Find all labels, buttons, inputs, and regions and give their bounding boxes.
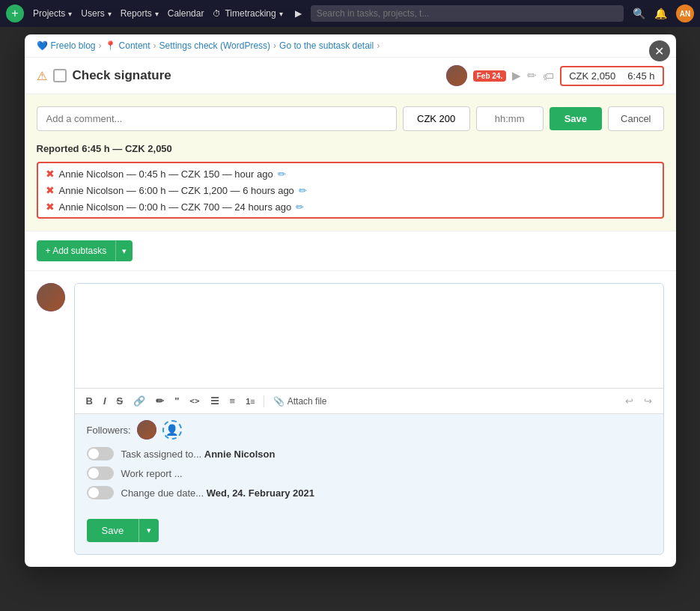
comment-editor[interactable] xyxy=(75,284,663,389)
add-button[interactable]: + xyxy=(6,4,24,22)
notification-text-2: Work report ... xyxy=(121,468,183,479)
search-input[interactable] xyxy=(311,5,624,22)
due-date-toggle[interactable] xyxy=(87,486,114,499)
close-button[interactable]: ✕ xyxy=(649,40,670,61)
code-button[interactable]: <> xyxy=(186,394,203,408)
attach-file-button[interactable]: 📎 Attach file xyxy=(269,394,332,409)
link-button[interactable]: 🔗 xyxy=(130,393,149,409)
task-money: CZK 2,050 xyxy=(569,70,615,82)
italic-button[interactable]: I xyxy=(100,393,110,409)
undo-button[interactable]: ↩ xyxy=(621,393,637,409)
timetracking-menu[interactable]: ⏱ Timetracking ▾ xyxy=(213,8,282,19)
log-entry-text: Annie Nicolson — 6:00 h — CZK 1,200 — 6 … xyxy=(59,185,294,196)
users-chevron: ▾ xyxy=(108,10,112,18)
time-cancel-button[interactable]: Cancel xyxy=(608,106,663,131)
comment-toolbar: B I S 🔗 ✏ " <> ☰ ≡ 1≡ 📎 Attach file xyxy=(75,389,663,414)
task-title: Check signature xyxy=(73,68,440,83)
ordered-list-button[interactable]: 1≡ xyxy=(242,395,259,408)
reported-summary: Reported 6:45 h — CZK 2,050 xyxy=(37,143,664,154)
log-delete-icon[interactable]: ✖ xyxy=(46,201,55,213)
log-edit-icon[interactable]: ✏ xyxy=(278,168,286,180)
paperclip-icon: 📎 xyxy=(273,396,284,407)
log-entry: ✖ Annie Nicolson — 6:00 h — CZK 1,200 — … xyxy=(46,184,655,196)
play-button[interactable]: ▶ xyxy=(295,8,302,19)
log-entry: ✖ Annie Nicolson — 0:00 h — CZK 700 — 24… xyxy=(46,201,655,213)
projects-chevron: ▾ xyxy=(68,10,72,18)
time-hours-input[interactable] xyxy=(476,106,544,131)
comment-save-group: Save ▾ xyxy=(87,519,651,542)
followers-label: Followers: xyxy=(87,425,131,436)
time-comment-input[interactable] xyxy=(37,106,397,131)
time-save-button[interactable]: Save xyxy=(550,107,602,130)
tag-task-icon[interactable]: 🏷 xyxy=(543,70,554,82)
task-time-summary: CZK 2,050 6:45 h xyxy=(560,66,663,86)
add-subtasks-button[interactable]: + Add subtasks xyxy=(37,240,116,261)
work-report-toggle[interactable] xyxy=(87,466,114,480)
breadcrumb-content[interactable]: Content xyxy=(119,40,150,51)
breadcrumb-settings[interactable]: Settings check (WordPress) xyxy=(159,40,271,51)
log-entries: ✖ Annie Nicolson — 0:45 h — CZK 150 — ho… xyxy=(37,162,664,219)
redo-button[interactable]: ↪ xyxy=(640,393,656,409)
projects-menu[interactable]: Projects ▾ xyxy=(33,8,72,19)
notification-row-3: Change due date... Wed, 24. February 202… xyxy=(87,486,651,499)
time-inputs-row: Save Cancel xyxy=(37,106,664,131)
add-follower-icon: 👤 xyxy=(165,424,178,436)
task-modal: ✕ 💙 Freelo blog › 📍 Content › Settings c… xyxy=(25,34,676,567)
time-panel: Save Cancel Reported 6:45 h — CZK 2,050 … xyxy=(25,94,676,231)
reports-chevron: ▾ xyxy=(155,10,159,18)
followers-row: Followers: 👤 xyxy=(87,420,651,440)
bold-button[interactable]: B xyxy=(82,393,97,409)
task-checkbox[interactable] xyxy=(53,69,67,82)
notification-row-2: Work report ... xyxy=(87,466,651,480)
add-follower-button[interactable]: 👤 xyxy=(162,420,182,440)
commenter-avatar xyxy=(37,283,65,311)
log-entry-text: Annie Nicolson — 0:00 h — CZK 700 — 24 h… xyxy=(59,201,292,213)
log-edit-icon[interactable]: ✏ xyxy=(299,185,307,196)
toolbar-separator xyxy=(264,395,264,407)
edit-task-icon[interactable]: ✏ xyxy=(527,69,537,82)
strikethrough-button[interactable]: S xyxy=(113,393,127,409)
user-avatar[interactable]: AN xyxy=(676,4,694,22)
followers-section: Followers: 👤 Task assigned to... Annie N… xyxy=(75,414,663,511)
task-hours: 6:45 h xyxy=(627,70,654,82)
breadcrumb-blog[interactable]: Freelo blog xyxy=(51,40,96,51)
calendar-menu[interactable]: Calendar xyxy=(168,8,204,19)
notification-text-1: Task assigned to... Annie Nicolson xyxy=(121,449,276,460)
task-assigned-toggle[interactable] xyxy=(87,447,114,460)
add-subtasks-dropdown-button[interactable]: ▾ xyxy=(115,240,133,261)
time-money-input[interactable] xyxy=(403,106,470,131)
modal-overlay: ✕ 💙 Freelo blog › 📍 Content › Settings c… xyxy=(0,27,700,611)
task-header: ⚠ Check signature Feb 24. ▶ ✏ 🏷 CZK 2,05… xyxy=(25,58,676,94)
breadcrumb-blog-icon: 💙 xyxy=(37,40,48,51)
task-assignee-avatar xyxy=(446,65,467,86)
notification-bell-icon[interactable]: 🔔 xyxy=(654,7,667,19)
log-delete-icon[interactable]: ✖ xyxy=(46,184,55,196)
comment-box: B I S 🔗 ✏ " <> ☰ ≡ 1≡ 📎 Attach file xyxy=(74,283,664,555)
search-icon[interactable]: 🔍 xyxy=(633,7,645,19)
reports-menu[interactable]: Reports ▾ xyxy=(121,8,159,19)
play-task-icon[interactable]: ▶ xyxy=(512,69,521,82)
add-subtasks-group: + Add subtasks ▾ xyxy=(37,240,664,261)
comment-save-dropdown-button[interactable]: ▾ xyxy=(139,519,159,542)
log-delete-icon[interactable]: ✖ xyxy=(46,168,55,180)
list-button[interactable]: ☰ xyxy=(207,393,223,409)
log-entry-text: Annie Nicolson — 0:45 h — CZK 150 — hour… xyxy=(59,168,273,180)
notification-text-3: Change due date... Wed, 24. February 202… xyxy=(121,487,314,499)
breadcrumb: 💙 Freelo blog › 📍 Content › Settings che… xyxy=(25,34,676,58)
topnav: + Projects ▾ Users ▾ Reports ▾ Calendar … xyxy=(0,0,700,27)
breadcrumb-subtask[interactable]: Go to the subtask detail xyxy=(279,40,374,51)
brush-button[interactable]: ✏ xyxy=(152,393,168,409)
notification-row-1: Task assigned to... Annie Nicolson xyxy=(87,447,651,460)
quote-button[interactable]: " xyxy=(171,393,183,409)
bullet-list-button[interactable]: ≡ xyxy=(226,393,240,409)
comment-save-button[interactable]: Save xyxy=(87,519,139,542)
log-edit-icon[interactable]: ✏ xyxy=(296,201,304,213)
attach-label: Attach file xyxy=(287,396,327,407)
log-entry: ✖ Annie Nicolson — 0:45 h — CZK 150 — ho… xyxy=(46,168,655,180)
follower-avatar xyxy=(137,420,156,440)
breadcrumb-pin-icon: 📍 xyxy=(105,40,116,51)
comment-area: B I S 🔗 ✏ " <> ☰ ≡ 1≡ 📎 Attach file xyxy=(25,271,676,567)
task-due-date-badge: Feb 24. xyxy=(473,70,506,82)
timetracking-chevron: ▾ xyxy=(279,10,283,18)
users-menu[interactable]: Users ▾ xyxy=(81,8,111,19)
